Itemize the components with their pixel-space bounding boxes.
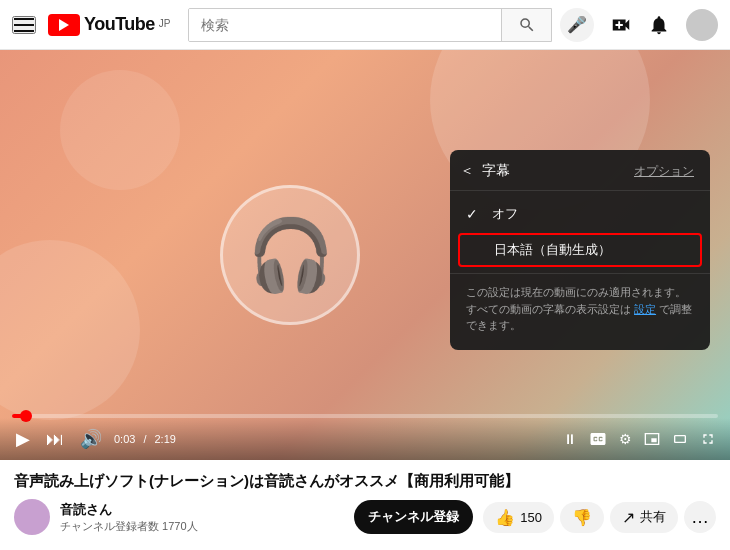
miniplayer-icon: [644, 431, 660, 447]
notification-button[interactable]: [648, 14, 670, 36]
video-title: 音声読み上げソフト(ナレーション)は音読さんがオススメ【商用利用可能】: [14, 470, 716, 491]
channel-row: 音読さん チャンネル登録者数 1770人 チャンネル登録 👍 150 👎 ↗ 共…: [14, 499, 716, 535]
notification-icon: [648, 14, 670, 36]
logo-link[interactable]: YouTube JP: [48, 14, 171, 36]
logo-text: YouTube: [84, 14, 155, 35]
search-icon: [518, 16, 536, 34]
captions-button[interactable]: [587, 428, 609, 450]
deco-circle-2: [0, 240, 140, 420]
headphone-icon: 🎧: [247, 214, 334, 296]
video-background: 🎧 ＜ 字幕 オプション ✓ オフ 日本語（自動生成） この設定は現在の: [0, 50, 730, 460]
channel-avatar: [14, 499, 50, 535]
like-count: 150: [520, 510, 542, 525]
channel-info: 音読さん チャンネル登録者数 1770人: [60, 501, 336, 534]
search-button[interactable]: [501, 9, 551, 41]
subtitle-popup: ＜ 字幕 オプション ✓ オフ 日本語（自動生成） この設定は現在の動画にのみ適…: [450, 150, 710, 350]
header-left: YouTube JP: [12, 14, 172, 36]
theater-icon: [672, 431, 688, 447]
pause-icon-btn[interactable]: ⏸: [561, 429, 579, 449]
subtitle-header: ＜ 字幕 オプション: [450, 162, 710, 191]
share-label: 共有: [640, 508, 666, 526]
channel-subscribers: チャンネル登録者数 1770人: [60, 519, 336, 534]
search-area: 🎤: [188, 8, 594, 42]
create-icon: [610, 14, 632, 36]
time-display: 0:03: [114, 433, 135, 445]
subtitle-off-item[interactable]: ✓ オフ: [450, 197, 710, 231]
time-separator: /: [143, 433, 146, 445]
video-player[interactable]: 🎧 ＜ 字幕 オプション ✓ オフ 日本語（自動生成） この設定は現在の: [0, 50, 730, 460]
hamburger-button[interactable]: [12, 16, 36, 34]
play-button[interactable]: ▶: [12, 426, 34, 452]
headphone-artwork: 🎧: [220, 185, 360, 325]
action-buttons: 👍 150 👎 ↗ 共有 …: [483, 501, 716, 533]
logo-suffix: JP: [159, 18, 171, 29]
subtitle-note: この設定は現在の動画にのみ適用されます。すべての動画の字幕の表示設定は 設定 で…: [450, 273, 710, 338]
thumbs-up-icon: 👍: [495, 508, 515, 527]
subscribe-button[interactable]: チャンネル登録: [354, 500, 473, 534]
video-controls: ▶ ⏭ 🔊 0:03 / 2:19 ⏸ ⚙: [0, 418, 730, 460]
share-icon: ↗: [622, 508, 635, 527]
deco-circle-3: [60, 70, 180, 190]
more-icon: …: [691, 507, 709, 528]
header: YouTube JP 🎤: [0, 0, 730, 50]
channel-name[interactable]: 音読さん: [60, 501, 336, 519]
next-button[interactable]: ⏭: [42, 427, 68, 452]
back-arrow-icon[interactable]: ＜: [460, 162, 474, 180]
dislike-button[interactable]: 👎: [560, 502, 604, 533]
subtitle-options-link[interactable]: オプション: [634, 163, 694, 180]
subtitle-off-label: オフ: [492, 205, 518, 223]
avatar[interactable]: [686, 9, 718, 41]
search-bar: [188, 8, 552, 42]
miniplayer-button[interactable]: [642, 429, 662, 449]
checkmark-icon: ✓: [466, 206, 482, 222]
subtitle-title: 字幕: [482, 162, 510, 180]
subtitle-back-area: ＜ 字幕: [460, 162, 510, 180]
subtitle-ja-item[interactable]: 日本語（自動生成）: [458, 233, 702, 267]
headphone-circle: 🎧: [220, 185, 360, 325]
fullscreen-button[interactable]: [698, 429, 718, 449]
volume-button[interactable]: 🔊: [76, 426, 106, 452]
captions-icon: [589, 430, 607, 448]
time-total: 2:19: [154, 433, 175, 445]
share-button[interactable]: ↗ 共有: [610, 502, 678, 533]
settings-button[interactable]: ⚙: [617, 429, 634, 449]
subtitle-settings-link[interactable]: 設定: [634, 303, 656, 315]
fullscreen-icon: [700, 431, 716, 447]
create-button[interactable]: [610, 14, 632, 36]
subtitle-ja-label: 日本語（自動生成）: [494, 241, 611, 259]
thumbs-down-icon: 👎: [572, 508, 592, 527]
youtube-icon: [48, 14, 80, 36]
search-input[interactable]: [189, 9, 501, 41]
header-right: [610, 9, 718, 41]
more-options-button[interactable]: …: [684, 501, 716, 533]
mic-button[interactable]: 🎤: [560, 8, 594, 42]
theater-button[interactable]: [670, 429, 690, 449]
below-video: 音声読み上げソフト(ナレーション)は音読さんがオススメ【商用利用可能】 音読さん…: [0, 460, 730, 541]
like-button[interactable]: 👍 150: [483, 502, 554, 533]
